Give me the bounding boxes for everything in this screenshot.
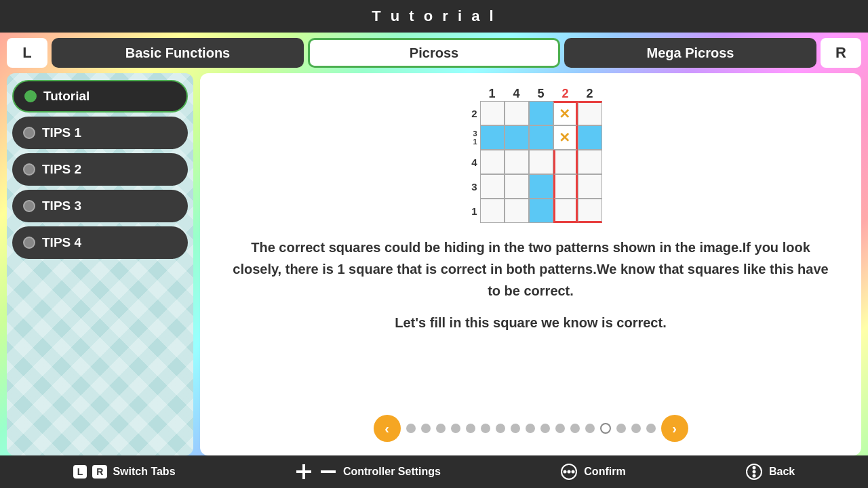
svg-point-8: [753, 466, 756, 470]
sidebar-item-tips3[interactable]: TIPS 3: [12, 190, 188, 222]
cell-4-2: [505, 174, 529, 199]
page-dot-15[interactable]: [616, 424, 626, 433]
row-label-1: 2: [460, 108, 480, 119]
content-panel: 1 4 5 2 2 2 31: [200, 73, 861, 455]
grid-row-3: 4: [460, 150, 602, 174]
cell-3-3: [529, 150, 553, 174]
col-header-1: 1: [480, 87, 505, 101]
page-dot-14[interactable]: [600, 423, 611, 434]
footer-switch-tabs: L R Switch Tabs: [73, 465, 176, 479]
cell-2-3: [529, 125, 553, 150]
confirm-icon: [559, 462, 578, 481]
cell-1-3: [529, 101, 553, 125]
row-label-5: 1: [460, 205, 480, 217]
cell-4-5: [578, 174, 602, 199]
svg-point-9: [753, 470, 756, 474]
page-dot-12[interactable]: [570, 424, 580, 433]
row-label-4: 3: [460, 181, 480, 192]
row-label-2: 31: [460, 129, 480, 146]
page-dot-9[interactable]: [526, 424, 535, 433]
cell-4-4: [553, 174, 578, 199]
cell-2-4: [553, 125, 578, 150]
page-dot-1[interactable]: [406, 424, 416, 433]
cell-5-3: [529, 199, 553, 223]
sidebar: Tutorial TIPS 1 TIPS 2 TIPS 3 TIPS 4: [7, 73, 193, 455]
footer-back[interactable]: Back: [745, 462, 795, 481]
tab-l-button[interactable]: L: [7, 38, 47, 68]
prev-page-button[interactable]: ‹: [374, 415, 401, 442]
col-header-2b: 2: [578, 87, 602, 101]
page-dot-13[interactable]: [585, 424, 595, 433]
svg-point-10: [753, 474, 756, 478]
page-dot-2[interactable]: [421, 424, 431, 433]
page-dot-17[interactable]: [646, 424, 656, 433]
cell-5-1: [480, 199, 505, 223]
svg-rect-2: [321, 470, 336, 473]
page-dot-6[interactable]: [481, 424, 490, 433]
col-header-2a: 2: [553, 87, 578, 101]
header-title: T u t o r i a l: [372, 7, 496, 25]
cell-5-4: [553, 199, 578, 223]
cell-1-4: [553, 101, 578, 125]
grid-row-1: 2: [460, 101, 602, 125]
header: T u t o r i a l: [0, 0, 868, 33]
pagination: ‹ ›: [374, 408, 688, 442]
minus-icon: [319, 462, 338, 481]
back-icon: [745, 462, 764, 481]
sidebar-dot-tips4: [23, 237, 35, 249]
svg-point-5: [568, 470, 571, 474]
svg-rect-1: [296, 470, 311, 473]
page-dot-4[interactable]: [451, 424, 460, 433]
cell-2-5: [578, 125, 602, 150]
next-page-button[interactable]: ›: [661, 415, 688, 442]
sidebar-item-tips1[interactable]: TIPS 1: [12, 117, 188, 149]
cell-3-1: [480, 150, 505, 174]
cell-1-5: [578, 101, 602, 125]
cell-3-2: [505, 150, 529, 174]
main-area: Tutorial TIPS 1 TIPS 2 TIPS 3 TIPS 4: [0, 73, 868, 455]
grid-row-4: 3: [460, 174, 602, 199]
page-dot-7[interactable]: [496, 424, 505, 433]
sidebar-dot-tips2: [23, 163, 35, 176]
cell-3-4: [553, 150, 578, 174]
plus-icon: [294, 462, 313, 481]
page-dot-3[interactable]: [436, 424, 446, 433]
tab-r-button[interactable]: R: [821, 38, 861, 68]
col-header-5: 5: [529, 87, 553, 101]
content-description: The correct squares could be hiding in t…: [233, 237, 829, 302]
tab-picross[interactable]: Picross: [308, 38, 560, 68]
footer-confirm[interactable]: Confirm: [559, 462, 625, 481]
page-dot-10[interactable]: [540, 424, 550, 433]
sidebar-item-tips2[interactable]: TIPS 2: [12, 153, 188, 186]
cell-4-1: [480, 174, 505, 199]
footer: L R Switch Tabs Controller Settings C: [0, 455, 868, 488]
cell-2-1: [480, 125, 505, 150]
cell-4-3: [529, 174, 553, 199]
col-header-4: 4: [505, 87, 529, 101]
sidebar-dot-tips3: [23, 200, 35, 212]
row-label-3: 4: [460, 157, 480, 168]
tab-mega-picross[interactable]: Mega Picross: [564, 38, 816, 68]
footer-controller-settings: Controller Settings: [294, 462, 441, 481]
r-badge: R: [92, 465, 107, 479]
page-dot-11[interactable]: [555, 424, 565, 433]
l-badge: L: [73, 465, 87, 479]
page-dot-5[interactable]: [466, 424, 475, 433]
cell-2-2: [505, 125, 529, 150]
cell-1-1: [480, 101, 505, 125]
grid-row-2: 31: [460, 125, 602, 150]
grid-rows: 2 31 4: [460, 101, 602, 223]
sidebar-item-tips4[interactable]: TIPS 4: [12, 226, 188, 259]
page-dot-16[interactable]: [631, 424, 641, 433]
cell-5-2: [505, 199, 529, 223]
page-dot-8[interactable]: [511, 424, 520, 433]
cell-3-5: [578, 150, 602, 174]
cell-5-5: [578, 199, 602, 223]
svg-point-6: [572, 470, 575, 474]
sidebar-item-tutorial[interactable]: Tutorial: [12, 80, 188, 113]
svg-point-4: [564, 470, 567, 474]
picross-grid-area: 1 4 5 2 2 2 31: [460, 87, 602, 223]
col-headers: 1 4 5 2 2: [480, 87, 602, 101]
tab-basic-functions[interactable]: Basic Functions: [52, 38, 304, 68]
tab-bar: L Basic Functions Picross Mega Picross R: [0, 33, 868, 73]
